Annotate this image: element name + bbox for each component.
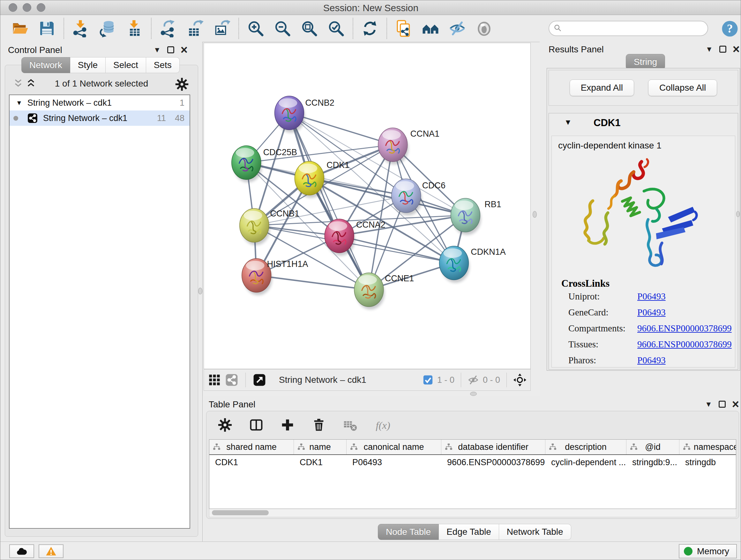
export-image-button[interactable] xyxy=(208,17,235,40)
tab-select[interactable]: Select xyxy=(106,57,146,73)
network-tree-row[interactable]: String Network – cdk11148 xyxy=(10,111,190,126)
panel-float-icon[interactable] xyxy=(719,46,726,53)
panel-float-icon[interactable] xyxy=(167,46,174,53)
panel-close-icon[interactable]: × xyxy=(732,400,739,408)
hidden-eye-icon[interactable] xyxy=(468,374,479,386)
tab-sets[interactable]: Sets xyxy=(146,57,180,73)
node-entry-header[interactable]: ▼ CDK1 xyxy=(549,113,738,134)
panel-close-icon[interactable]: × xyxy=(733,45,740,53)
panel-close-icon[interactable]: × xyxy=(181,46,188,54)
tab-network[interactable]: Network xyxy=(21,57,70,73)
right-splitter-handle[interactable] xyxy=(533,211,537,218)
panel-menu-icon[interactable]: ▼ xyxy=(705,400,712,409)
memory-button[interactable]: Memory xyxy=(679,544,737,558)
table-cell[interactable]: stringdb:9... xyxy=(626,457,679,468)
node-CCNA2[interactable] xyxy=(325,219,355,256)
tab-style[interactable]: Style xyxy=(70,57,106,73)
table-cell[interactable]: stringdb xyxy=(679,457,736,468)
node-CCNA1[interactable] xyxy=(378,128,408,165)
crosslink-link[interactable]: 9606.ENSP00000378699 xyxy=(637,339,732,350)
delete-table-icon[interactable] xyxy=(342,417,358,434)
column-header-description[interactable]: description xyxy=(545,440,626,454)
crosslink-link[interactable]: 9606.ENSP00000378699 xyxy=(637,323,732,334)
table-row[interactable]: CDK1CDK1P064939606.ENSP00000378699cyclin… xyxy=(209,455,736,470)
crosslink-link[interactable]: P06493 xyxy=(637,355,666,366)
node-CDKN1A[interactable] xyxy=(440,246,470,283)
bottom-splitter-handle[interactable] xyxy=(470,392,477,396)
tab-string[interactable]: String xyxy=(626,54,665,70)
import-database-button[interactable] xyxy=(94,17,121,40)
table-options-gear-icon[interactable] xyxy=(217,417,233,434)
scrollbar-thumb[interactable] xyxy=(212,510,269,515)
export-network-button[interactable] xyxy=(155,17,182,40)
table-cell[interactable]: CDK1 xyxy=(294,457,347,468)
node-CCNE1[interactable] xyxy=(354,273,385,310)
table-cell[interactable]: P06493 xyxy=(347,457,441,468)
tree-expand-triangle-icon[interactable]: ▼ xyxy=(16,99,22,107)
network-overview-icon[interactable] xyxy=(223,371,240,388)
function-builder-icon[interactable] xyxy=(373,417,402,434)
column-header-database-identifier[interactable]: database identifier xyxy=(441,440,545,454)
import-table-button[interactable] xyxy=(121,17,148,40)
network-graph[interactable]: CCNB2CCNA1CDC25BCDK1CDC6RB1CCNB1CCNA2CDK… xyxy=(204,43,530,369)
left-splitter-handle[interactable] xyxy=(198,288,202,294)
column-header-namespace[interactable]: namespace xyxy=(679,440,736,454)
tab-node-table[interactable]: Node Table xyxy=(378,524,439,540)
selected-checkbox-icon[interactable] xyxy=(422,374,433,385)
clone-network-button[interactable] xyxy=(390,17,417,40)
zoom-fit-button[interactable] xyxy=(296,17,323,40)
table-cell[interactable]: cyclin-dependent ... xyxy=(545,457,626,468)
zoom-in-button[interactable] xyxy=(242,17,269,40)
collapse-entry-icon[interactable]: ▼ xyxy=(564,118,572,127)
search-input[interactable] xyxy=(564,23,698,34)
grid-view-icon[interactable] xyxy=(206,371,223,388)
crosslink-link[interactable]: P06493 xyxy=(637,307,666,318)
node-CDC25B[interactable] xyxy=(232,145,262,182)
panel-menu-icon[interactable]: ▼ xyxy=(705,45,713,54)
window-edge-handle[interactable] xyxy=(736,211,740,217)
network-canvas[interactable]: CCNB2CCNA1CDC25BCDK1CDC6RB1CCNB1CCNA2CDK… xyxy=(204,43,531,369)
edge-CCNA2-CDKN1A[interactable] xyxy=(339,236,454,263)
show-all-button[interactable] xyxy=(471,17,497,40)
first-neighbors-button[interactable] xyxy=(417,17,444,40)
search-box[interactable] xyxy=(549,21,708,36)
table-horizontal-scrollbar[interactable] xyxy=(209,509,736,517)
add-column-icon[interactable] xyxy=(279,417,296,434)
warnings-button[interactable] xyxy=(39,544,64,558)
zoom-out-button[interactable] xyxy=(269,17,296,40)
window-title: Session: New Session xyxy=(0,3,741,13)
collapse-all-button[interactable]: Collapse All xyxy=(648,79,717,96)
edge-HIST1H1A-CCNE1[interactable] xyxy=(257,275,369,290)
column-header-shared-name[interactable]: shared name xyxy=(209,440,294,454)
zoom-selected-button[interactable] xyxy=(323,17,349,40)
network-options-gear-icon[interactable] xyxy=(175,77,189,91)
panel-menu-icon[interactable]: ▼ xyxy=(153,46,161,54)
expand-all-button[interactable]: Expand All xyxy=(569,79,634,96)
show-columns-icon[interactable] xyxy=(248,417,265,434)
export-table-button[interactable] xyxy=(182,17,208,40)
node-CCNB1[interactable] xyxy=(240,208,270,245)
save-session-button[interactable] xyxy=(33,17,60,40)
birds-eye-navigator-icon[interactable] xyxy=(513,373,527,387)
table-cell[interactable]: CDK1 xyxy=(209,457,294,468)
delete-column-icon[interactable] xyxy=(311,417,327,434)
node-CCNB2[interactable] xyxy=(275,96,305,133)
column-header-canonical-name[interactable]: canonical name xyxy=(347,440,441,454)
crosslink-link[interactable]: P06493 xyxy=(637,291,666,302)
refresh-button[interactable] xyxy=(356,17,383,40)
node-RB1[interactable] xyxy=(451,198,481,235)
column-header-name[interactable]: name xyxy=(294,440,347,454)
column-header-id[interactable]: @id xyxy=(626,440,679,454)
table-cell[interactable]: 9606.ENSP00000378699 xyxy=(441,457,545,468)
export-view-icon[interactable] xyxy=(251,371,268,388)
help-button[interactable] xyxy=(721,20,739,38)
node-CDK1[interactable] xyxy=(294,161,325,198)
panel-float-icon[interactable] xyxy=(719,401,726,408)
tab-network-table[interactable]: Network Table xyxy=(499,524,571,540)
hide-selected-button[interactable] xyxy=(444,17,471,40)
open-session-button[interactable] xyxy=(7,17,33,40)
network-tree-row[interactable]: ▼String Network – cdk11 xyxy=(10,95,190,111)
cloud-status-button[interactable] xyxy=(9,544,34,558)
tab-edge-table[interactable]: Edge Table xyxy=(439,524,499,540)
import-network-button[interactable] xyxy=(67,17,94,40)
